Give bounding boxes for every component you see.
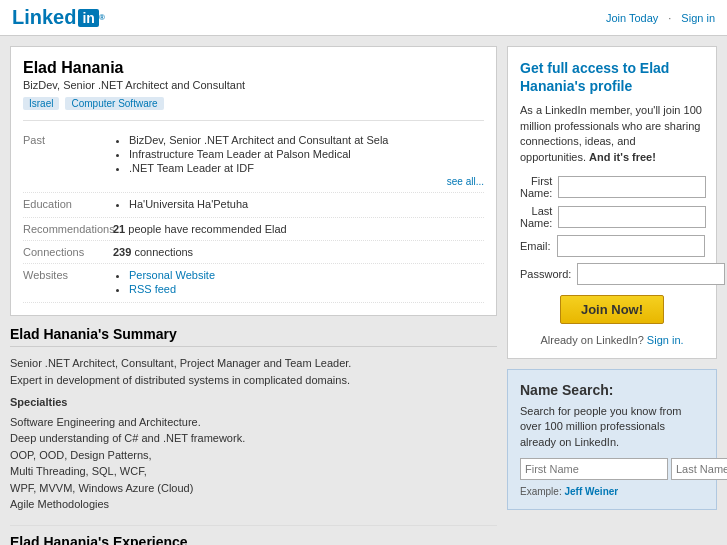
name-search-box: Name Search: Search for people you know … [507, 369, 717, 510]
last-name-row: Last Name: [520, 205, 704, 229]
search-last-name[interactable] [671, 458, 727, 480]
last-name-input[interactable] [558, 206, 706, 228]
profile-details: Past BizDev, Senior .NET Architect and C… [23, 120, 484, 303]
email-label: Email: [520, 240, 557, 252]
search-inputs: 🔍 [520, 458, 704, 480]
first-name-input[interactable] [558, 176, 706, 198]
connections-count: 239 [113, 246, 131, 258]
specialties-title: Specialties [10, 394, 497, 411]
education-item: Ha'Universita Ha'Petuha [129, 198, 484, 210]
education-row: Education Ha'Universita Ha'Petuha [23, 193, 484, 218]
signup-box: Get full access to Elad Hanania's profil… [507, 46, 717, 359]
education-content: Ha'Universita Ha'Petuha [113, 198, 484, 212]
first-name-label: First Name: [520, 175, 558, 199]
right-column: Get full access to Elad Hanania's profil… [507, 46, 717, 545]
sign-in-link-form[interactable]: Sign in. [647, 334, 684, 346]
signup-subtitle: As a LinkedIn member, you'll join 100 mi… [520, 103, 704, 165]
main-content: Elad Hanania BizDev, Senior .NET Archite… [0, 36, 727, 545]
websites-content: Personal Website RSS feed [113, 269, 484, 297]
recommendations-label: Recommendations [23, 223, 113, 235]
profile-card: Elad Hanania BizDev, Senior .NET Archite… [10, 46, 497, 316]
linkedin-logo: Linkedin® [12, 6, 105, 29]
recommendations-text: people have recommended Elad [125, 223, 286, 235]
recommendations-content: 21 people have recommended Elad [113, 223, 484, 235]
connections-text: connections [131, 246, 193, 258]
past-item-1: Infrastructure Team Leader at Palson Med… [129, 148, 484, 160]
header: Linkedin® Join Today · Sign in [0, 0, 727, 36]
join-now-button[interactable]: Join Now! [560, 295, 664, 324]
email-row: Email: [520, 235, 704, 257]
past-item-2: .NET Team Leader at IDF [129, 162, 484, 174]
header-separator: · [668, 12, 671, 24]
websites-row: Websites Personal Website RSS feed [23, 264, 484, 303]
connections-label: Connections [23, 246, 113, 258]
left-column: Elad Hanania BizDev, Senior .NET Archite… [10, 46, 497, 545]
already-text: Already on LinkedIn? [540, 334, 643, 346]
search-title: Name Search: [520, 382, 704, 398]
search-first-name[interactable] [520, 458, 668, 480]
profile-name: Elad Hanania [23, 59, 484, 77]
summary-section: Elad Hanania's Summary Senior .NET Archi… [10, 326, 497, 513]
logo-text: Linked [12, 6, 76, 29]
password-label: Password: [520, 268, 577, 280]
profile-tags: Israel Computer Software [23, 97, 484, 110]
header-links: Join Today · Sign in [606, 12, 715, 24]
specialties-content: Software Engineering and Architecture.De… [10, 414, 497, 513]
last-name-label: Last Name: [520, 205, 558, 229]
education-label: Education [23, 198, 113, 212]
password-input[interactable] [577, 263, 725, 285]
join-today-link[interactable]: Join Today [606, 12, 658, 24]
signin-text: Already on LinkedIn? Sign in. [520, 334, 704, 346]
connections-row: Connections 239 connections [23, 241, 484, 264]
logo-dot: ® [99, 13, 105, 22]
recommendations-count: 21 [113, 223, 125, 235]
past-label: Past [23, 134, 113, 187]
sign-in-link[interactable]: Sign in [681, 12, 715, 24]
past-row: Past BizDev, Senior .NET Architect and C… [23, 129, 484, 193]
signup-title: Get full access to Elad Hanania's profil… [520, 59, 704, 95]
connections-content: 239 connections [113, 246, 484, 258]
divider-1 [10, 525, 497, 526]
tag-israel: Israel [23, 97, 59, 110]
past-item-0: BizDev, Senior .NET Architect and Consul… [129, 134, 484, 146]
email-input[interactable] [557, 235, 705, 257]
example-name-link[interactable]: Jeff Weiner [564, 486, 618, 497]
example-text: Example: Jeff Weiner [520, 486, 704, 497]
first-name-row: First Name: [520, 175, 704, 199]
websites-label: Websites [23, 269, 113, 297]
rss-feed-link[interactable]: RSS feed [129, 283, 176, 295]
free-text: And it's free! [589, 151, 656, 163]
password-row: Password: [520, 263, 704, 285]
summary-description: Senior .NET Architect, Consultant, Proje… [10, 355, 497, 388]
experience-section: Elad Hanania's Experience BizDev, Senior… [10, 534, 497, 546]
search-description: Search for people you know from over 100… [520, 404, 704, 450]
logo-in: in [78, 9, 98, 27]
summary-title: Elad Hanania's Summary [10, 326, 497, 347]
recommendations-row: Recommendations 21 people have recommend… [23, 218, 484, 241]
example-label: Example: [520, 486, 562, 497]
past-content: BizDev, Senior .NET Architect and Consul… [113, 134, 484, 187]
personal-website-link[interactable]: Personal Website [129, 269, 215, 281]
profile-headline: BizDev, Senior .NET Architect and Consul… [23, 79, 484, 91]
experience-title: Elad Hanania's Experience [10, 534, 497, 546]
see-all-link[interactable]: see all... [447, 176, 484, 187]
tag-software: Computer Software [65, 97, 163, 110]
